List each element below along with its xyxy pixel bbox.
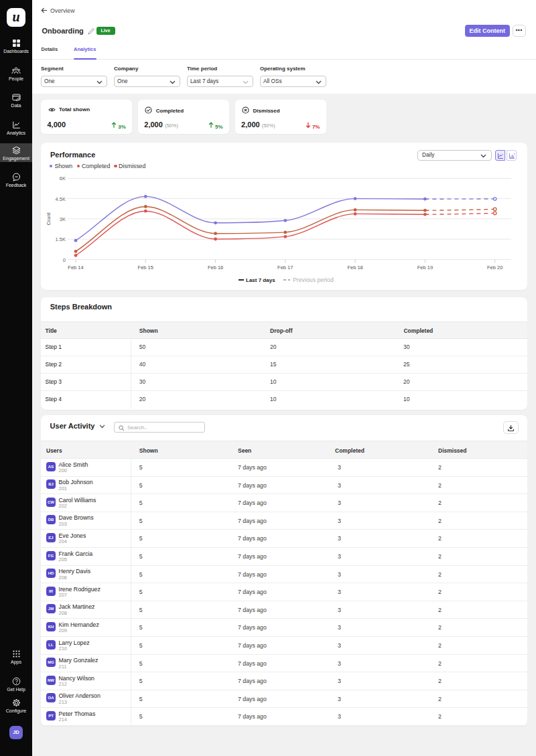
svg-text:0: 0	[63, 257, 66, 263]
svg-text:Feb 14: Feb 14	[68, 264, 83, 271]
svg-text:4.5K: 4.5K	[56, 196, 66, 202]
svg-text:1.5K: 1.5K	[56, 236, 66, 242]
svg-text:Previous period: Previous period	[293, 277, 334, 283]
svg-text:Feb 17: Feb 17	[277, 264, 293, 271]
svg-text:Last 7 days: Last 7 days	[246, 277, 275, 283]
svg-text:Feb 20: Feb 20	[487, 264, 503, 271]
svg-text:6K: 6K	[60, 175, 66, 181]
svg-text:Feb 19: Feb 19	[417, 264, 433, 271]
svg-text:Feb 18: Feb 18	[347, 264, 362, 271]
svg-text:Feb 16: Feb 16	[208, 264, 223, 271]
svg-text:Count: Count	[46, 213, 51, 226]
svg-text:3K: 3K	[60, 216, 66, 222]
svg-text:Feb 15: Feb 15	[138, 264, 153, 271]
